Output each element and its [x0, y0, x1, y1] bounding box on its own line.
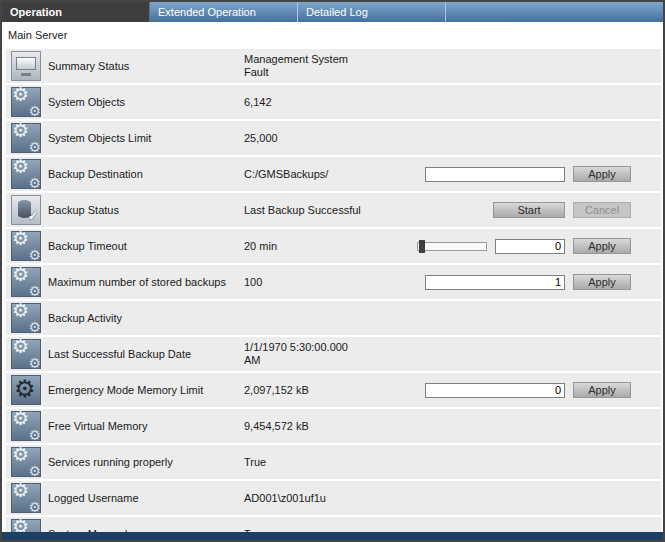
- row-system-objects: ⚙⚙ System Objects 6,142: [6, 85, 661, 119]
- row-summary-status: Summary Status Management System Fault: [6, 49, 661, 83]
- property-list: Summary Status Management System Fault ⚙…: [2, 47, 663, 542]
- icon-cell: ⚙⚙: [6, 87, 48, 117]
- row-max-stored-backups: ⚙⚙ Maximum number of stored backups 100 …: [6, 265, 661, 299]
- row-label: Services running properly: [48, 456, 244, 469]
- cancel-button[interactable]: Cancel: [573, 202, 631, 218]
- row-backup-status: ✓ Backup Status Last Backup Successful S…: [6, 193, 661, 227]
- row-value: 25,000: [244, 132, 409, 145]
- slider-thumb[interactable]: [419, 240, 425, 253]
- row-controls: Start Cancel: [409, 202, 661, 218]
- database-check-icon: ✓: [11, 195, 41, 225]
- max-stored-backups-input[interactable]: [425, 275, 565, 290]
- emergency-memory-limit-input[interactable]: [425, 383, 565, 398]
- row-value: C:/GMSBackups/: [244, 168, 409, 181]
- icon-cell: ⚙⚙: [6, 123, 48, 153]
- row-backup-destination: ⚙⚙ Backup Destination C:/GMSBackups/ App…: [6, 157, 661, 191]
- gears-icon: ⚙⚙: [11, 159, 41, 189]
- row-services-running-properly: ⚙⚙ Services running properly True: [6, 445, 661, 479]
- row-label: Summary Status: [48, 60, 244, 73]
- tab-bar: Operation Extended Operation Detailed Lo…: [2, 2, 663, 22]
- gears-icon: ⚙⚙: [11, 267, 41, 297]
- row-value: 6,142: [244, 96, 409, 109]
- icon-cell: ⚙⚙: [6, 303, 48, 333]
- row-controls: Apply: [409, 274, 661, 290]
- row-label: System Objects: [48, 96, 244, 109]
- icon-cell: ⚙⚙: [6, 231, 48, 261]
- row-logged-username: ⚙⚙ Logged Username AD001\z001uf1u: [6, 481, 661, 515]
- row-controls: Apply: [409, 166, 661, 182]
- tab-extended-operation[interactable]: Extended Operation: [150, 2, 298, 22]
- icon-cell: ⚙⚙: [6, 267, 48, 297]
- gears-icon: ⚙⚙: [11, 87, 41, 117]
- icon-cell: ⚙⚙: [6, 411, 48, 441]
- bottom-status-bar: [2, 532, 663, 540]
- row-last-successful-backup-date: ⚙⚙ Last Successful Backup Date 1/1/1970 …: [6, 337, 661, 371]
- backup-timeout-slider[interactable]: [417, 242, 487, 251]
- apply-button[interactable]: Apply: [573, 238, 631, 254]
- row-label: System Objects Limit: [48, 132, 244, 145]
- tab-detailed-log[interactable]: Detailed Log: [298, 2, 446, 22]
- tab-operation[interactable]: Operation: [2, 2, 150, 22]
- dark-gear-icon: ⚙: [11, 375, 41, 405]
- row-label: Backup Timeout: [48, 240, 244, 253]
- row-system-objects-limit: ⚙⚙ System Objects Limit 25,000: [6, 121, 661, 155]
- row-controls: Apply: [409, 382, 661, 398]
- server-name-label: Main Server: [8, 29, 67, 41]
- icon-cell: [6, 51, 48, 81]
- gears-icon: ⚙⚙: [11, 231, 41, 261]
- row-free-virtual-memory: ⚙⚙ Free Virtual Memory 9,454,572 kB: [6, 409, 661, 443]
- row-label: Free Virtual Memory: [48, 420, 244, 433]
- row-label: Backup Activity: [48, 312, 244, 325]
- row-value: Management System Fault: [244, 53, 409, 79]
- row-emergency-mode-memory-limit: ⚙ Emergency Mode Memory Limit 2,097,152 …: [6, 373, 661, 407]
- gears-icon: ⚙⚙: [11, 303, 41, 333]
- row-label: Last Successful Backup Date: [48, 348, 244, 361]
- start-button[interactable]: Start: [493, 202, 565, 218]
- icon-cell: ⚙⚙: [6, 447, 48, 477]
- gears-icon: ⚙⚙: [11, 123, 41, 153]
- row-label: Emergency Mode Memory Limit: [48, 384, 244, 397]
- row-controls: Apply: [409, 238, 661, 254]
- row-label: Maximum number of stored backups: [48, 276, 244, 289]
- backup-destination-input[interactable]: [425, 167, 565, 182]
- icon-cell: ⚙⚙: [6, 339, 48, 369]
- row-value: True: [244, 456, 409, 469]
- gears-icon: ⚙⚙: [11, 339, 41, 369]
- row-value: Last Backup Successful: [244, 204, 409, 217]
- row-value: 9,454,572 kB: [244, 420, 409, 433]
- apply-button[interactable]: Apply: [573, 166, 631, 182]
- header-bar: Main Server: [2, 22, 663, 47]
- apply-button[interactable]: Apply: [573, 274, 631, 290]
- row-label: Logged Username: [48, 492, 244, 505]
- gears-icon: ⚙⚙: [11, 411, 41, 441]
- row-label: Backup Status: [48, 204, 244, 217]
- monitor-icon: [11, 51, 41, 81]
- gears-icon: ⚙⚙: [11, 483, 41, 513]
- row-value: 100: [244, 276, 409, 289]
- row-backup-activity: ⚙⚙ Backup Activity: [6, 301, 661, 335]
- apply-button[interactable]: Apply: [573, 382, 631, 398]
- icon-cell: ⚙: [6, 375, 48, 405]
- row-label: Backup Destination: [48, 168, 244, 181]
- row-value: 1/1/1970 5:30:00.000 AM: [244, 341, 409, 367]
- icon-cell: ✓: [6, 195, 48, 225]
- backup-timeout-input[interactable]: [495, 239, 565, 254]
- main-window: Operation Extended Operation Detailed Lo…: [0, 0, 665, 542]
- row-value: AD001\z001uf1u: [244, 492, 409, 505]
- tab-bar-spacer: [446, 2, 663, 22]
- icon-cell: ⚙⚙: [6, 159, 48, 189]
- gears-icon: ⚙⚙: [11, 447, 41, 477]
- row-backup-timeout: ⚙⚙ Backup Timeout 20 min Apply: [6, 229, 661, 263]
- row-value: 20 min: [244, 240, 409, 253]
- icon-cell: ⚙⚙: [6, 483, 48, 513]
- row-value: 2,097,152 kB: [244, 384, 409, 397]
